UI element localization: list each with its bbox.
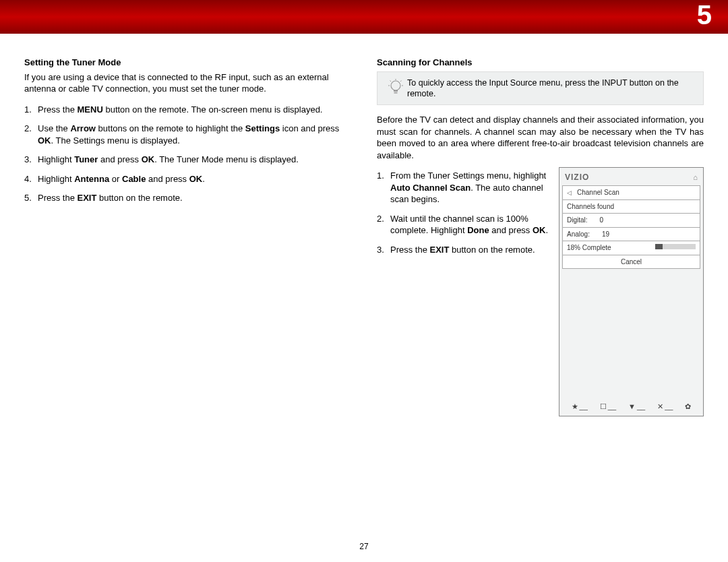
list-item: Use the Arrow buttons on the remote to h… bbox=[24, 123, 351, 146]
page-content: Setting the Tuner Mode If you are using … bbox=[0, 34, 728, 416]
list-item: From the Tuner Settings menu, highlight … bbox=[377, 170, 555, 206]
cc-icon: ☐__ bbox=[600, 402, 616, 412]
scan-steps: From the Tuner Settings menu, highlight … bbox=[377, 170, 555, 255]
list-item: Wait until the channel scan is 100% comp… bbox=[377, 213, 555, 237]
osd-title-row: ◁ Channel Scan bbox=[562, 185, 700, 200]
osd-cancel-button: Cancel bbox=[562, 255, 700, 270]
chapter-number: 5 bbox=[697, 0, 712, 30]
back-icon: ◁ bbox=[567, 189, 572, 197]
osd-panel: VIZIO ⌂ ◁ Channel Scan Channels found Di… bbox=[559, 167, 704, 416]
home-icon: ⌂ bbox=[693, 173, 698, 183]
osd-row-channels-found: Channels found bbox=[562, 200, 700, 214]
list-item: Press the EXIT button on the remote. bbox=[24, 192, 351, 204]
section-heading-tuner: Setting the Tuner Mode bbox=[24, 57, 351, 69]
osd-bottom-icons: ★__ ☐__ ▼__ ✕__ ✿ bbox=[559, 402, 703, 412]
progress-fill bbox=[655, 244, 663, 249]
page-number: 27 bbox=[0, 542, 728, 551]
vizio-logo: VIZIO bbox=[565, 172, 589, 183]
list-item: Press the EXIT button on the remote. bbox=[377, 244, 555, 256]
section-intro-tuner: If you are using a device that is connec… bbox=[24, 71, 351, 95]
tip-box: To quickly access the Input Source menu,… bbox=[377, 71, 704, 106]
progress-bar bbox=[655, 244, 696, 249]
chapter-header: 5 bbox=[0, 0, 728, 34]
list-item: Press the MENU button on the remote. The… bbox=[24, 104, 351, 116]
svg-point-0 bbox=[391, 81, 400, 90]
tuner-steps: Press the MENU button on the remote. The… bbox=[24, 104, 351, 204]
osd-row-digital: Digital:0 bbox=[562, 214, 700, 228]
right-column: Scanning for Channels To quickly access … bbox=[377, 57, 704, 416]
x-icon: ✕__ bbox=[657, 402, 673, 412]
osd-screenshot: VIZIO ⌂ ◁ Channel Scan Channels found Di… bbox=[559, 167, 704, 416]
osd-row-analog: Analog:19 bbox=[562, 228, 700, 242]
tip-text: To quickly access the Input Source menu,… bbox=[407, 77, 696, 100]
section-intro-scan: Before the TV can detect and display cha… bbox=[377, 114, 704, 161]
osd-row-progress: 18% Complete bbox=[562, 241, 700, 255]
list-item: Highlight Antenna or Cable and press OK. bbox=[24, 173, 351, 185]
osd-title-text: Channel Scan bbox=[577, 188, 619, 197]
list-item: Highlight Tuner and press OK. The Tuner … bbox=[24, 154, 351, 166]
star-icon: ★__ bbox=[572, 402, 588, 412]
left-column: Setting the Tuner Mode If you are using … bbox=[24, 57, 351, 416]
section-heading-scan: Scanning for Channels bbox=[377, 57, 704, 69]
lightbulb-icon bbox=[384, 77, 407, 100]
gear-icon: ✿ bbox=[685, 402, 691, 412]
v-icon: ▼__ bbox=[628, 402, 645, 412]
